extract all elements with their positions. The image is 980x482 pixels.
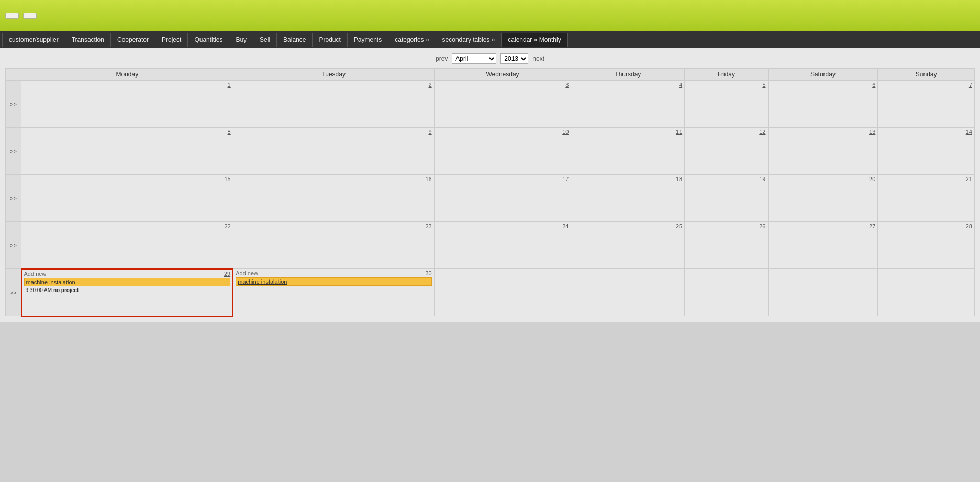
nav-item-sell[interactable]: Sell xyxy=(253,33,277,47)
nav-item-product[interactable]: Product xyxy=(313,33,347,47)
col-header-thursday: Thursday xyxy=(571,69,685,81)
day-21: 21 xyxy=(880,176,972,220)
day-number-14[interactable]: 14 xyxy=(966,129,972,135)
export-button[interactable] xyxy=(23,13,37,19)
day-number-4[interactable]: 4 xyxy=(679,82,682,88)
day-number-19[interactable]: 19 xyxy=(759,176,765,182)
day-number-20[interactable]: 20 xyxy=(869,176,875,182)
day-25: 25 xyxy=(573,223,682,267)
month-select[interactable]: JanuaryFebruaryMarchAprilMayJuneJulyAugu… xyxy=(452,53,496,64)
day-number-2[interactable]: 2 xyxy=(429,82,432,88)
day-number-26[interactable]: 26 xyxy=(759,223,765,229)
day-3: 3 xyxy=(437,82,569,126)
day-number-11[interactable]: 11 xyxy=(676,129,682,135)
add-new-link-30[interactable]: Add new xyxy=(236,270,258,276)
day-cell-w2-d6: 21 xyxy=(878,175,975,222)
toolbar xyxy=(0,0,980,31)
day-number-13[interactable]: 13 xyxy=(869,129,875,135)
day-number-5[interactable]: 5 xyxy=(762,82,765,88)
nav-item-secondary-tables--[interactable]: secondary tables » xyxy=(436,33,502,47)
day-number-27[interactable]: 27 xyxy=(869,223,875,229)
day-number-15[interactable]: 15 xyxy=(224,176,230,182)
event-29-0[interactable]: machine instalation xyxy=(24,278,231,286)
day-29: Add new29machine instalation9:30:00 AM n… xyxy=(24,271,231,315)
day-cell-w3-d4: 26 xyxy=(685,222,768,269)
day-20: 20 xyxy=(771,176,876,220)
day-cell-w2-d4: 19 xyxy=(685,175,768,222)
prev-link[interactable]: prev xyxy=(436,55,448,62)
day-cell-w0-d5: 6 xyxy=(768,81,878,128)
nav-item-customer-supplier[interactable]: customer/supplier xyxy=(2,33,65,47)
day-number-18[interactable]: 18 xyxy=(676,176,682,182)
nav-item-calendar---monthly[interactable]: calendar » Monthly xyxy=(502,33,567,47)
calendar-table: MondayTuesdayWednesdayThursdayFridaySatu… xyxy=(5,68,975,317)
nav-item-quantities[interactable]: Quantities xyxy=(188,33,229,47)
day-cell-w3-d2: 24 xyxy=(434,222,571,269)
nav-item-payments[interactable]: Payments xyxy=(348,33,388,47)
day-number-7[interactable]: 7 xyxy=(969,82,972,88)
day-cell-w2-d0: 15 xyxy=(21,175,233,222)
nav-item-transaction[interactable]: Transaction xyxy=(65,33,111,47)
week-num-0[interactable]: >> xyxy=(6,81,21,128)
day-cell-w0-d6: 7 xyxy=(878,81,975,128)
day-number-8[interactable]: 8 xyxy=(228,129,231,135)
day-cell-w4-d2 xyxy=(434,269,571,316)
day-28: 28 xyxy=(880,223,972,267)
nav-item-buy[interactable]: Buy xyxy=(229,33,253,47)
week-header-empty xyxy=(6,69,21,81)
day-17: 17 xyxy=(437,176,569,220)
day-number-3[interactable]: 3 xyxy=(565,82,569,88)
day-27: 27 xyxy=(771,223,876,267)
day-24: 24 xyxy=(437,223,569,267)
day-26: 26 xyxy=(687,223,765,267)
day-cell-w1-d5: 13 xyxy=(768,128,878,175)
day-cell-w1-d4: 12 xyxy=(685,128,768,175)
nav-item-categories--[interactable]: categories » xyxy=(388,33,436,47)
day-number-9[interactable]: 9 xyxy=(429,129,432,135)
day-number-1[interactable]: 1 xyxy=(228,82,231,88)
day-cell-w1-d2: 10 xyxy=(434,128,571,175)
nav-item-project[interactable]: Project xyxy=(155,33,188,47)
day-14: 14 xyxy=(880,129,972,173)
week-num-link-1[interactable]: >> xyxy=(10,148,17,154)
day-number-17[interactable]: 17 xyxy=(562,176,569,182)
day-number-30[interactable]: 30 xyxy=(425,270,431,276)
day-cell-w2-d5: 20 xyxy=(768,175,878,222)
day-number-21[interactable]: 21 xyxy=(966,176,972,182)
week-num-link-0[interactable]: >> xyxy=(10,101,17,107)
day-number-6[interactable]: 6 xyxy=(872,82,875,88)
day-number-16[interactable]: 16 xyxy=(425,176,431,182)
print-button[interactable] xyxy=(5,13,19,19)
year-select[interactable]: 20112012201320142015 xyxy=(500,53,528,64)
week-num-2[interactable]: >> xyxy=(6,175,21,222)
day-number-24[interactable]: 24 xyxy=(562,223,569,229)
day-number-22[interactable]: 22 xyxy=(224,223,230,229)
day-10: 10 xyxy=(437,129,569,173)
week-num-3[interactable]: >> xyxy=(6,222,21,269)
day-number-28[interactable]: 28 xyxy=(966,223,972,229)
day-22: 22 xyxy=(24,223,231,267)
week-num-4[interactable]: >> xyxy=(6,269,21,316)
day-number-25[interactable]: 25 xyxy=(676,223,682,229)
col-header-monday: Monday xyxy=(21,69,233,81)
event-30-0[interactable]: machine instalation xyxy=(236,277,431,286)
day-number-23[interactable]: 23 xyxy=(425,223,431,229)
week-num-link-2[interactable]: >> xyxy=(10,195,17,201)
week-num-link-4[interactable]: >> xyxy=(10,289,17,296)
day-cell-w2-d2: 17 xyxy=(434,175,571,222)
add-new-link-29[interactable]: Add new xyxy=(24,271,47,277)
nav-item-cooperator[interactable]: Cooperator xyxy=(111,33,155,47)
nav-item-balance[interactable]: Balance xyxy=(277,33,313,47)
calendar-container: prev JanuaryFebruaryMarchAprilMayJuneJul… xyxy=(0,48,980,322)
day-cell-w3-d0: 22 xyxy=(21,222,233,269)
next-link[interactable]: next xyxy=(532,55,544,62)
day-number-12[interactable]: 12 xyxy=(759,129,765,135)
day-cell-w4-d4 xyxy=(685,269,768,316)
week-num-link-3[interactable]: >> xyxy=(10,242,17,249)
day-number-29[interactable]: 29 xyxy=(224,271,230,277)
day-30: Add new30machine instalation xyxy=(236,270,431,315)
week-num-1[interactable]: >> xyxy=(6,128,21,175)
day-number-10[interactable]: 10 xyxy=(562,129,569,135)
event-time-29-0: 9:30:00 AM no project xyxy=(24,287,231,294)
day-cell-w4-d5 xyxy=(768,269,878,316)
